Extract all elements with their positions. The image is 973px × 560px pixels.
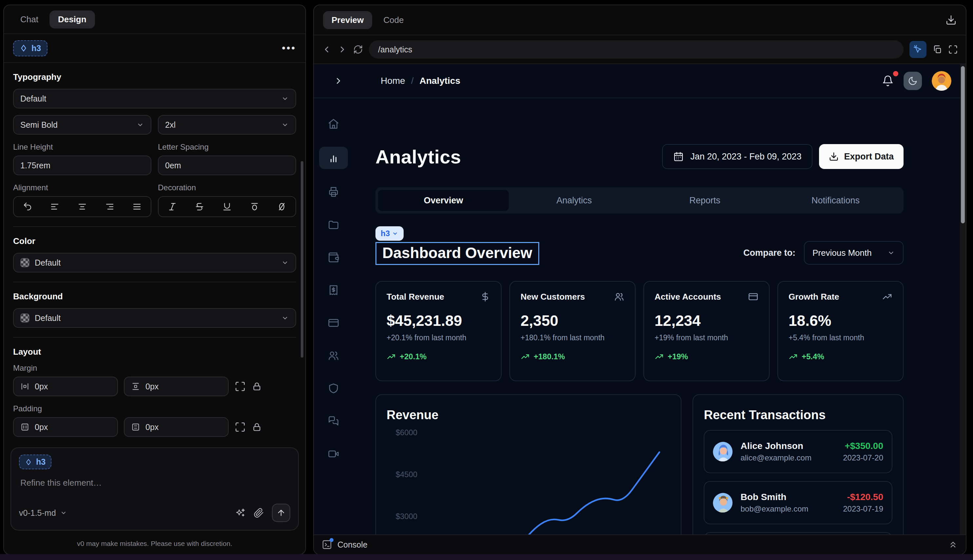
folder-icon [328,219,339,230]
sidebar-toggle-icon[interactable] [334,76,343,86]
preview-scrollbar-thumb[interactable] [961,66,965,223]
export-data-button[interactable]: Export Data [819,144,903,169]
line-height-input[interactable]: 1.75rem [13,155,151,175]
align-justify-icon[interactable] [132,202,142,212]
model-select[interactable]: v0-1.5-md [19,508,67,518]
letter-spacing-input[interactable]: 0em [158,155,296,175]
underline-icon[interactable] [222,202,232,212]
margin-x-input[interactable]: 0px [13,377,118,396]
notifications-button[interactable] [882,75,894,87]
padding-y-input[interactable]: 0px [124,417,229,437]
chevron-down-icon [281,314,289,322]
more-menu-icon[interactable]: ••• [282,43,296,54]
date-range-button[interactable]: Jan 20, 2023 - Feb 09, 2023 [662,144,813,169]
url-input[interactable]: /analytics [369,40,903,58]
margin-y-input[interactable]: 0px [124,377,229,396]
breadcrumb-current[interactable]: Analytics [419,76,460,86]
align-right-icon[interactable] [105,202,115,212]
avatar[interactable] [932,71,951,91]
chevrons-up-icon[interactable] [948,540,958,550]
users-icon [614,292,624,302]
arrow-up-icon [277,508,286,517]
sidebar-item-home[interactable] [319,114,348,133]
sidebar-item-analytics[interactable] [319,147,348,169]
section-title-selected[interactable]: Dashboard Overview [376,242,539,265]
download-icon [829,152,839,162]
overline-icon[interactable] [250,202,259,212]
refresh-icon[interactable] [353,45,363,54]
tab-code[interactable]: Code [375,11,412,29]
font-size-select[interactable]: 2xl [158,115,296,135]
dashboard-topnav: Home / Analytics [314,64,966,98]
breadcrumb-home[interactable]: Home [381,76,405,86]
sidebar-item-wallet[interactable] [319,248,348,267]
stat-card-growth-rate: Growth Rate 18.6% +5.4% from last month … [778,281,903,381]
send-button[interactable] [272,504,290,522]
trending-up-icon [789,352,798,361]
composer-placeholder[interactable]: Refine this element… [20,478,289,488]
margin-x-icon [20,382,30,391]
transaction-email: bob@example.com [740,504,835,513]
console-bar[interactable]: Console [314,535,966,554]
no-decoration-icon[interactable] [277,202,287,212]
font-family-select[interactable]: Default [13,89,296,108]
preview-panel: Preview Code /analytics Home / Ana [313,5,966,555]
element-chip[interactable]: h3 [13,40,47,56]
fullscreen-icon[interactable] [948,45,958,54]
line-height-label: Line Height [13,142,151,152]
theme-toggle-button[interactable] [903,72,922,90]
forward-icon[interactable] [337,45,347,54]
strikethrough-icon[interactable] [195,202,204,212]
tab-overview[interactable]: Overview [378,190,509,211]
lock-icon[interactable] [252,381,262,392]
tab-notifications[interactable]: Notifications [770,190,901,211]
chevron-down-icon [136,121,144,129]
tab-design[interactable]: Design [50,10,95,28]
sidebar-item-billing[interactable] [319,313,348,333]
sidebar-item-users[interactable] [319,346,348,365]
tab-chat[interactable]: Chat [12,10,47,28]
compare-select[interactable]: Previous Month [804,241,903,265]
sidebar-item-folder[interactable] [319,215,348,235]
selection-tag-chip[interactable]: h3 [376,226,404,241]
sparkles-icon[interactable] [235,508,246,518]
sidebar-scrollbar[interactable] [301,161,304,358]
tab-reports[interactable]: Reports [639,190,770,211]
trending-up-icon [387,352,396,361]
transaction-date: 2023-07-20 [843,453,883,462]
sidebar-item-video[interactable] [319,444,348,464]
expand-icon[interactable] [235,422,246,433]
background-select[interactable]: Default [13,308,296,328]
tab-analytics[interactable]: Analytics [509,190,639,211]
transaction-name: Bob Smith [740,492,835,502]
terminal-icon [322,539,332,550]
y-tick-4500: $4500 [396,470,417,479]
refine-composer[interactable]: h3 Refine this element… v0-1.5-md [10,447,299,530]
sidebar-item-receipt[interactable] [319,280,348,300]
lock-icon[interactable] [252,422,262,432]
padding-label: Padding [13,404,296,413]
composer-element-chip[interactable]: h3 [19,455,52,469]
align-center-icon[interactable] [77,202,87,212]
select-element-button[interactable] [910,41,926,58]
sidebar-item-printer[interactable] [319,182,348,202]
compare-label: Compare to: [743,248,795,258]
back-icon[interactable] [322,45,332,54]
copy-icon[interactable] [932,45,942,54]
stat-card-total-revenue: Total Revenue $45,231.89 +20.1% from las… [376,281,502,381]
font-weight-select[interactable]: Semi Bold [13,115,151,135]
attach-icon[interactable] [254,508,264,518]
padding-x-input[interactable]: 0px [13,417,118,437]
undo-icon[interactable] [23,202,32,212]
italic-icon[interactable] [167,202,177,212]
expand-icon[interactable] [235,381,246,392]
color-select[interactable]: Default [13,253,296,272]
download-icon[interactable] [945,14,956,25]
sidebar-item-security[interactable] [319,378,348,398]
align-left-icon[interactable] [50,202,60,212]
transaction-amount: -$120.50 [843,492,883,502]
diamond-icon [20,44,28,52]
sidebar-item-messages[interactable] [319,411,348,431]
tab-preview[interactable]: Preview [323,11,372,29]
revenue-line-chart: $6000 $4500 $3000 [387,425,670,535]
